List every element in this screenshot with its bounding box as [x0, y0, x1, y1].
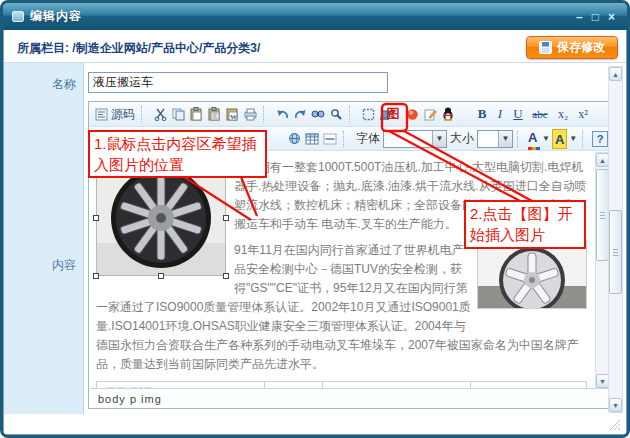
edit-content-dialog: 编辑内容 – □ × 所属栏目: /制造企业网站/产品中心/产品分类3/ 保存修… [0, 0, 630, 438]
annotation-step1: 1.鼠标点击内容区希望插入图片的位置 [88, 130, 267, 178]
edit-note-icon[interactable] [421, 105, 439, 123]
underline-button[interactable]: U [509, 106, 527, 122]
toolbar-separator [517, 131, 524, 147]
screen: 编辑内容 – □ × 所属栏目: /制造企业网站/产品中心/产品分类3/ 保存修… [0, 0, 630, 438]
paste-text-icon[interactable] [205, 105, 223, 123]
undo-icon[interactable] [273, 105, 291, 123]
scroll-up-icon[interactable]: ▲ [609, 67, 622, 81]
dialog-icon [12, 11, 24, 22]
element-path-bar[interactable]: body p img [90, 388, 610, 408]
minimize-button[interactable]: – [576, 11, 583, 23]
resize-grip[interactable] [609, 419, 620, 430]
element-path[interactable]: body p img [98, 393, 162, 405]
wheel-photo-chrome [478, 242, 586, 308]
selection-handle[interactable] [158, 273, 164, 279]
inserted-image-wheel-right[interactable] [477, 241, 587, 309]
bold-button[interactable]: B [473, 106, 491, 122]
source-button[interactable]: 源码 [93, 106, 137, 123]
highlight-color-button[interactable]: A ▼ [552, 129, 577, 149]
selection-handle[interactable] [223, 273, 229, 279]
svg-text:W: W [230, 113, 237, 121]
maximize-icon[interactable] [359, 105, 377, 123]
breadcrumb: 所属栏目: /制造企业网站/产品中心/产品分类3/ [17, 40, 260, 57]
qq-icon[interactable] [439, 105, 457, 123]
chevron-down-icon: ▼ [569, 134, 577, 143]
toolbar-separator [263, 106, 270, 122]
italic-button[interactable]: I [491, 106, 509, 122]
selection-handle[interactable] [93, 215, 99, 221]
toolbar-separator [141, 106, 148, 122]
globe-icon[interactable] [285, 130, 303, 148]
annotation-step2: 2.点击【图】开始插入图片 [464, 200, 586, 249]
size-select[interactable]: ▼ [477, 130, 513, 148]
copy-icon[interactable] [169, 105, 187, 123]
dialog-scrollbar-thumb[interactable] [609, 210, 622, 294]
help-button[interactable]: ? [592, 131, 608, 147]
chevron-down-icon: ▼ [498, 131, 512, 147]
toolbar-row-1: 源码 W [89, 102, 611, 127]
editor-content[interactable]: 公司拥有一整套1000T.500T油压机.加工中心.大型电脑切割.电焊机器手.热… [90, 152, 595, 389]
editor-content-viewport: 公司拥有一整套1000T.500T油压机.加工中心.大型电脑切割.电焊机器手.热… [90, 152, 595, 389]
format-group: B I U abc x₂ x² [473, 102, 593, 126]
inserted-image-wheel-left[interactable] [96, 162, 226, 276]
source-icon [95, 108, 108, 121]
selection-handle[interactable] [223, 215, 229, 221]
wheel-photo-dark [97, 163, 225, 275]
chevron-down-icon: ▼ [542, 134, 550, 143]
insert-group: 图 [383, 102, 457, 126]
close-button[interactable]: × [608, 11, 615, 23]
category-row: 所属栏目: /制造企业网站/产品中心/产品分类3/ 保存修改 [4, 30, 626, 63]
table-icon[interactable] [303, 130, 321, 148]
paste-icon[interactable] [187, 105, 205, 123]
paste-from-word-icon[interactable]: W [223, 105, 241, 123]
color-bar [528, 147, 540, 150]
subscript-button[interactable]: x₂ [553, 107, 573, 122]
scroll-down-icon[interactable]: ▼ [609, 398, 622, 412]
dialog-scrollbar[interactable]: ▲ ▼ [608, 66, 623, 413]
redo-icon[interactable] [291, 105, 309, 123]
chevron-down-icon: ▼ [432, 131, 446, 147]
cut-icon[interactable] [151, 105, 169, 123]
floppy-disk-icon [539, 41, 552, 54]
toolbar-separator [343, 131, 350, 147]
label-column [4, 63, 84, 414]
insert-image-button[interactable]: 图 [383, 105, 403, 123]
save-button[interactable]: 保存修改 [526, 36, 618, 59]
save-button-label: 保存修改 [557, 39, 605, 56]
horizontal-rule-icon[interactable] [321, 130, 339, 148]
strikethrough-button[interactable]: abc [527, 108, 553, 120]
superscript-button[interactable]: x² [573, 107, 593, 122]
dialog-title: 编辑内容 [30, 8, 82, 25]
insert-object-group: 字体 ▼ 大小 ▼ A ▼ A [285, 127, 608, 150]
selection-handle[interactable] [93, 273, 99, 279]
find-icon[interactable] [309, 105, 327, 123]
name-input[interactable] [88, 72, 388, 93]
name-label: 名称 [4, 76, 76, 93]
restore-button[interactable]: □ [592, 11, 599, 23]
dialog-footer [4, 414, 626, 434]
toolbar-separator [349, 106, 356, 122]
flash-icon[interactable] [403, 105, 421, 123]
text-color-button[interactable]: A ▼ [528, 128, 550, 150]
replace-icon[interactable] [327, 105, 345, 123]
print-icon[interactable] [241, 105, 259, 123]
font-label: 字体 [356, 130, 380, 147]
size-label: 大小 [450, 130, 474, 147]
font-select[interactable]: ▼ [383, 130, 447, 148]
content-label: 内容 [4, 257, 76, 274]
dialog-titlebar[interactable]: 编辑内容 – □ × [3, 3, 627, 30]
toolbar-separator [582, 131, 589, 147]
